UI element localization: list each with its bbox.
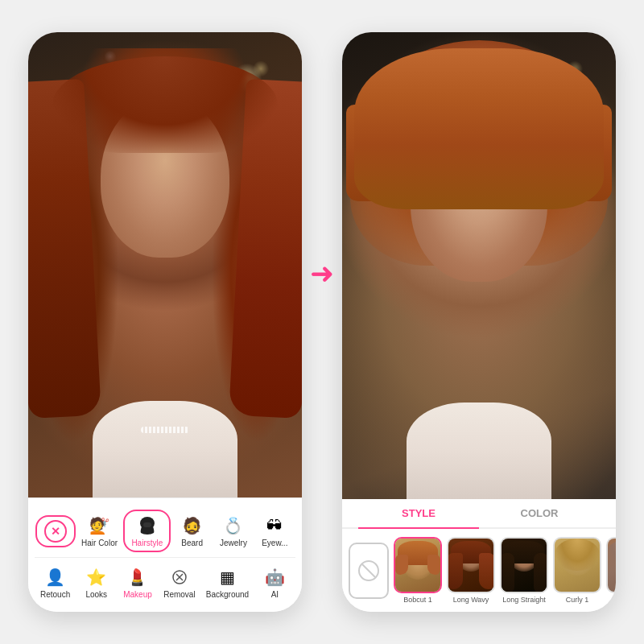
transform-arrow: ➜ [310,257,334,291]
bobcut1-thumbnail [394,537,442,593]
toolbar-makeup[interactable]: 💄 Makeup [118,563,158,602]
removal-label: Removal [163,590,195,599]
tab-color[interactable]: COLOR [479,499,600,527]
bobcut1-label: Bobcut 1 [403,596,432,604]
curly2-preview [608,539,616,592]
looks-label: Looks [85,590,107,599]
toolbar-main: ✕ 💇 Hair Color Hairsty [28,505,302,557]
style-option-longstraight[interactable]: Long Straight [500,537,548,604]
toolbar-background[interactable]: ▦ Background [201,563,254,602]
background-icon: ▦ [217,566,239,588]
style-option-longwavy[interactable]: Long Wavy [447,537,495,604]
removal-icon [168,566,191,588]
toolbar-beard[interactable]: 🧔 Beard [172,511,213,551]
bob-hair-top [354,48,604,209]
style-option-bobcut1[interactable]: Bobcut 1 [394,537,442,604]
style-option-curly2[interactable]: Curly ! [606,537,616,604]
makeup-label: Makeup [123,590,152,599]
curly2-thumbnail [606,537,616,593]
toolbar-retouch[interactable]: 👤 Retouch [35,563,76,602]
hair-color-label: Hair Color [81,539,118,547]
beard-label: Beard [181,539,203,547]
curly1-preview [555,539,600,592]
toolbar-jewelry[interactable]: 💍 Jewelry [213,511,254,551]
right-phone: STYLE COLOR [342,32,616,612]
beard-icon: 🧔 [181,514,204,537]
right-body [407,402,551,499]
background-label: Background [206,590,249,599]
retouch-icon: 👤 [44,566,67,588]
toolbar-eyewear[interactable]: 🕶 Eyew... [254,511,295,551]
toolbar-removal[interactable]: Removal [159,563,200,602]
hairstyle-label: Hairstyle [131,539,163,547]
toolbar-looks[interactable]: ⭐ Looks [76,563,117,602]
eyewear-label: Eyew... [262,539,287,547]
style-option-curly1[interactable]: Curly 1 [553,537,601,604]
app-container: ✕ 💇 Hair Color Hairsty [0,0,644,644]
longwavy-preview [448,539,493,592]
left-phone: ✕ 💇 Hair Color Hairsty [28,32,302,612]
retouch-label: Retouch [40,590,70,599]
toolbar: ✕ 💇 Hair Color Hairsty [28,497,302,612]
body [93,401,237,497]
tab-style[interactable]: STYLE [358,499,479,529]
curly1-thumbnail [553,537,601,593]
bobcut-preview [395,539,440,592]
left-phone-image [28,32,302,497]
looks-icon: ⭐ [85,566,108,588]
ai-icon: 🤖 [263,566,286,588]
longstraight-preview [502,539,547,592]
toolbar-ai[interactable]: 🤖 AI [254,563,295,602]
x-icon: ✕ [44,520,67,543]
makeup-icon: 💄 [126,566,149,588]
curly1-label: Curly 1 [566,596,589,604]
toolbar-hairstyle[interactable]: Hairstyle [123,510,171,552]
svg-line-4 [362,564,375,577]
after-photo [342,32,616,499]
longstraight-label: Long Straight [502,596,546,604]
arrow-container: ➜ [310,257,334,291]
none-icon [349,543,389,599]
hair-top [52,56,278,153]
jewelry-label: Jewelry [220,539,247,547]
hairstyle-icon [136,514,159,537]
necklace [141,427,189,433]
svg-rect-1 [143,522,151,527]
style-selector: STYLE COLOR [342,499,616,612]
style-option-none[interactable] [349,543,389,599]
eyewear-icon: 🕶 [263,514,286,537]
longstraight-thumbnail [500,537,548,593]
before-photo [28,32,302,497]
close-button[interactable]: ✕ [35,515,76,547]
right-phone-image [342,32,616,499]
style-options-list: Bobcut 1 Long Wavy [342,529,616,612]
toolbar-hair-color[interactable]: 💇 Hair Color [76,511,122,551]
hair-color-icon: 💇 [89,514,111,537]
toolbar-secondary: 👤 Retouch ⭐ Looks 💄 Makeup [28,558,302,609]
ai-label: AI [271,590,279,599]
longwavy-thumbnail [447,537,495,593]
jewelry-icon: 💍 [222,514,245,537]
longwavy-label: Long Wavy [453,596,489,604]
style-tabs: STYLE COLOR [342,499,616,529]
